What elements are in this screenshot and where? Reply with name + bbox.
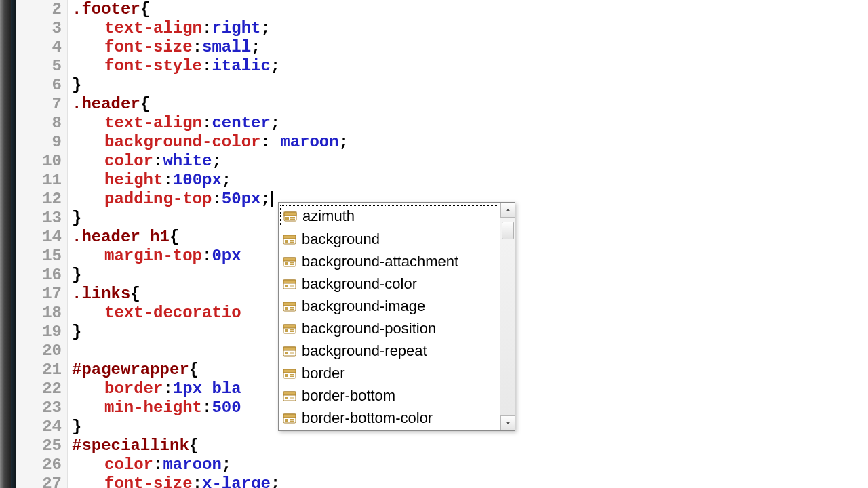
line-number: 24 (16, 418, 67, 436)
code-area[interactable]: azimuthbackgroundbackground-attachmentba… (68, 0, 868, 488)
code-line[interactable]: } (72, 76, 868, 95)
css-property-icon (283, 344, 296, 358)
autocomplete-item-label: background-color (302, 274, 417, 293)
line-number: 18 (16, 304, 67, 323)
autocomplete-item[interactable]: background-color (279, 272, 500, 295)
css-property-icon (283, 232, 296, 246)
code-line[interactable]: background-color: maroon; (72, 133, 868, 152)
line-number: 25 (16, 436, 67, 455)
line-number: 9 (16, 133, 67, 152)
svg-rect-46 (283, 414, 296, 418)
svg-rect-34 (290, 353, 294, 354)
css-property-icon (283, 277, 296, 291)
code-line[interactable]: text-align:center; (72, 114, 868, 133)
css-property-icon (283, 367, 296, 380)
svg-rect-29 (290, 331, 294, 332)
autocomplete-item-label: background-image (302, 297, 425, 316)
window-frame-left (0, 0, 11, 488)
window-frame-left-inner (11, 0, 16, 488)
autocomplete-scrollbar[interactable] (500, 203, 515, 430)
svg-rect-3 (290, 217, 295, 218)
scroll-down-button[interactable] (500, 415, 515, 430)
code-line[interactable]: font-size:small; (72, 38, 868, 57)
svg-rect-42 (285, 396, 288, 399)
line-number: 22 (16, 380, 67, 399)
code-line[interactable]: text-align:right; (72, 19, 868, 38)
autocomplete-item-label: background-attachment (302, 252, 458, 271)
autocomplete-item-label: border-bottom-color (302, 409, 433, 428)
svg-rect-27 (285, 329, 288, 332)
line-number: 17 (16, 285, 67, 304)
autocomplete-popup[interactable]: azimuthbackgroundbackground-attachmentba… (278, 202, 515, 431)
svg-rect-22 (285, 307, 288, 310)
css-property-icon (283, 255, 296, 268)
autocomplete-item[interactable]: background-attachment (279, 250, 500, 272)
code-line[interactable]: color:white; (72, 152, 868, 171)
line-number: 16 (16, 266, 67, 285)
svg-rect-12 (285, 262, 288, 265)
svg-rect-43 (290, 396, 294, 398)
svg-rect-4 (290, 218, 295, 220)
svg-rect-11 (283, 258, 296, 261)
svg-rect-7 (285, 240, 288, 243)
svg-rect-31 (283, 347, 296, 350)
svg-rect-48 (290, 419, 294, 420)
svg-rect-28 (290, 329, 294, 331)
code-line[interactable]: .header{ (72, 95, 868, 114)
svg-rect-23 (290, 307, 294, 308)
line-number: 21 (16, 361, 67, 380)
line-number: 15 (16, 247, 67, 266)
code-line[interactable]: .footer{ (72, 0, 868, 19)
svg-rect-13 (290, 262, 294, 264)
code-line[interactable]: font-style:italic; (72, 57, 868, 76)
line-number: 8 (16, 114, 67, 133)
autocomplete-item-label: background (302, 230, 380, 249)
autocomplete-item[interactable]: border (279, 362, 500, 384)
svg-rect-24 (290, 308, 294, 310)
autocomplete-item[interactable]: background-image (279, 295, 500, 317)
svg-rect-39 (290, 375, 294, 377)
svg-rect-16 (283, 280, 296, 283)
autocomplete-item[interactable]: border-bottom (279, 384, 500, 407)
line-number: 26 (16, 455, 67, 474)
autocomplete-item-label: azimuth (302, 207, 355, 226)
line-number: 14 (16, 228, 67, 247)
css-property-icon (283, 322, 296, 336)
code-line[interactable]: height:100px; (72, 171, 868, 190)
svg-rect-32 (285, 352, 288, 354)
svg-rect-38 (290, 374, 294, 375)
svg-rect-36 (283, 369, 296, 373)
code-line[interactable]: font-size:x-large; (72, 474, 868, 488)
line-number: 19 (16, 323, 67, 342)
scroll-up-button[interactable] (500, 203, 515, 218)
chevron-up-icon (505, 207, 511, 214)
line-number: 4 (16, 38, 67, 57)
line-number-gutter: 2345678910111213141516171819202122232425… (16, 0, 68, 488)
chevron-down-icon (505, 420, 511, 426)
line-number: 6 (16, 76, 67, 95)
autocomplete-list[interactable]: azimuthbackgroundbackground-attachmentba… (279, 203, 500, 430)
css-property-icon (283, 300, 296, 313)
svg-rect-21 (283, 302, 296, 306)
autocomplete-item[interactable]: background-repeat (279, 340, 500, 362)
autocomplete-item[interactable]: azimuth (279, 205, 499, 227)
autocomplete-item[interactable]: background (279, 228, 500, 250)
line-number: 11 (16, 171, 67, 190)
code-line[interactable]: #speciallink{ (72, 436, 868, 455)
autocomplete-item-label: border-bottom (302, 386, 395, 405)
code-line[interactable]: color:maroon; (72, 455, 868, 474)
svg-rect-9 (290, 241, 294, 243)
line-number: 10 (16, 152, 67, 171)
scroll-thumb[interactable] (502, 222, 514, 239)
code-editor[interactable]: 2345678910111213141516171819202122232425… (16, 0, 868, 488)
autocomplete-item[interactable]: background-position (279, 317, 500, 340)
svg-rect-49 (290, 420, 294, 422)
text-cursor (271, 191, 273, 207)
secondary-caret (292, 174, 292, 188)
svg-rect-17 (285, 285, 288, 287)
svg-rect-26 (283, 325, 296, 328)
autocomplete-item[interactable]: border-bottom-color (279, 407, 500, 429)
svg-rect-1 (284, 212, 296, 216)
svg-rect-44 (290, 398, 294, 399)
autocomplete-item-label: border (302, 364, 345, 383)
